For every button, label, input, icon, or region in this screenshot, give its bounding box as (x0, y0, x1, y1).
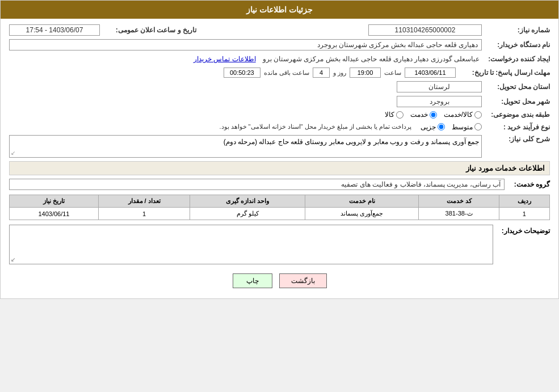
province-value: لرستان (397, 81, 482, 92)
col-need-date: تاریخ نیاز (10, 195, 99, 208)
cell-quantity: 1 (98, 208, 190, 220)
city-label: شهر محل تحویل: (482, 98, 550, 106)
requester-contact-link[interactable]: اطلاعات تماس خریدار (194, 55, 256, 63)
need-number-value: 1103104265000002 (368, 24, 482, 36)
purchase-type-jozyi[interactable]: جزیی (421, 123, 445, 131)
announce-datetime-label: تاریخ و ساعت اعلان عمومی: (100, 26, 196, 34)
category-kala-khadamat-radio[interactable] (474, 111, 482, 119)
col-unit: واحد اندازه گیری (190, 195, 305, 208)
requester-value: عباسعلی گودرزی دهیار دهیاری قلعه حاجی عب… (260, 54, 482, 64)
deadline-remaining-label: ساعت باقی مانده (264, 69, 309, 77)
service-group-label: گروه خدمت: (505, 180, 550, 188)
province-label: استان محل تحویل: (482, 83, 550, 91)
buttons-row: بازگشت چاپ (9, 269, 550, 293)
category-kala[interactable]: کالا (385, 111, 404, 119)
cell-service-code: ث-38-381 (419, 208, 499, 220)
page-header: جزئیات اطلاعات نیاز (1, 1, 558, 19)
deadline-label: مهلت ارسال پاسخ: تا تاریخ: (459, 69, 550, 77)
purchase-type-radio-group: متوسط جزیی (421, 123, 482, 131)
deadline-days: 4 (313, 68, 330, 78)
deadline-time: 19:00 (350, 68, 381, 78)
buyer-org-label: نام دستگاه خریدار: (482, 41, 550, 49)
category-khadamat[interactable]: خدمت (410, 111, 437, 119)
purchase-type-jozyi-label: جزیی (421, 123, 436, 131)
cell-need-date: 1403/06/11 (10, 208, 99, 220)
cell-row-num: 1 (499, 208, 549, 220)
purchase-notice: پرداخت تمام یا بخشی از مبلغ خریدار محل "… (217, 122, 414, 132)
need-description-value: جمع آوری پسماند و رفت و روب معابر و لایر… (12, 138, 479, 146)
announce-datetime-value: 1403/06/07 - 17:54 (9, 24, 100, 36)
services-table: ردیف کد خدمت نام خدمت واحد اندازه گیری ت… (9, 195, 550, 220)
purchase-type-jozyi-radio[interactable] (438, 123, 445, 130)
buyer-notes-label: توضیحات خریدار: (493, 225, 550, 235)
back-button[interactable]: بازگشت (279, 273, 327, 288)
need-number-label: شماره نیاز: (482, 26, 550, 34)
buyer-notes-section: توضیحات خریدار: ↙ (9, 225, 550, 264)
table-row: 1 ث-38-381 جمع‌آوری پسماند کیلو گرم 1 14… (10, 208, 550, 220)
col-quantity: تعداد / مقدار (98, 195, 190, 208)
col-service-name: نام خدمت (305, 195, 419, 208)
purchase-type-motavasset-label: متوسط (452, 123, 473, 131)
cell-service-name: جمع‌آوری پسماند (305, 208, 419, 220)
service-group-value: آب رسانی، مدیریت پسماند، فاضلاب و فعالیت… (9, 179, 505, 190)
city-value: بروجرد (397, 96, 482, 107)
buyer-org-value: دهیاری قلعه حاجی عبداله بخش مرکزی شهرستا… (9, 39, 482, 50)
purchase-type-motavasset[interactable]: متوسط (452, 123, 482, 131)
category-kala-label: کالا (385, 111, 394, 119)
cell-unit: کیلو گرم (190, 208, 305, 220)
category-khadamat-radio[interactable] (430, 111, 437, 119)
category-kala-radio[interactable] (396, 111, 404, 119)
purchase-type-motavasset-radio[interactable] (474, 123, 482, 130)
deadline-remaining: 00:50:23 (224, 68, 260, 78)
deadline-days-label: روز و (333, 69, 346, 77)
col-service-code: کد خدمت (419, 195, 499, 208)
print-button[interactable]: چاپ (233, 273, 272, 288)
purchase-type-label: نوع فرآیند خرید : (482, 123, 550, 131)
need-description-label: شرح کلی نیاز: (482, 135, 550, 143)
col-row-num: ردیف (499, 195, 549, 208)
deadline-date: 1403/06/11 (405, 68, 456, 78)
category-kala-khadamat[interactable]: کالا/خدمت (444, 111, 482, 119)
requester-label: ایجاد کننده درخواست: (482, 55, 550, 63)
services-info-title: اطلاعات خدمات مورد نیاز (9, 161, 550, 175)
buyer-notes-box: ↙ (9, 225, 493, 264)
category-label: طبقه بندی موضوعی: (482, 111, 550, 119)
category-kala-khadamat-label: کالا/خدمت (444, 111, 473, 119)
deadline-time-label: ساعت (384, 69, 401, 77)
category-radio-group: کالا/خدمت خدمت کالا (385, 111, 482, 119)
category-khadamat-label: خدمت (410, 111, 428, 119)
